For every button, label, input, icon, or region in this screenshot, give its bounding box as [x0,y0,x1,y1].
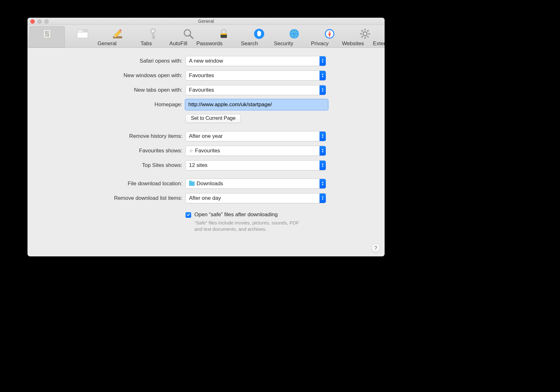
chevrons-icon [320,179,326,188]
star-icon: ☆ [189,148,193,154]
homepage-field[interactable] [186,100,328,110]
safari-opens-with-select[interactable]: A new window [186,56,326,66]
svg-point-40 [364,33,366,35]
chevrons-icon [320,161,326,170]
open-safe-files-checkbox[interactable] [186,212,191,218]
remove-history-select[interactable]: After one year [186,131,326,141]
svg-rect-21 [221,34,227,35]
favourites-shows-label: Favourites shows: [40,148,186,154]
svg-rect-33 [364,37,366,39]
remove-downloads-select[interactable]: After one day [186,193,326,203]
svg-rect-34 [360,33,362,34]
lock-icon [217,28,230,40]
downloads-folder-icon [189,181,195,186]
top-sites-label: Top Sites shows: [40,162,186,168]
preferences-window: General General [27,18,385,256]
new-windows-select[interactable]: Favourites [186,70,326,81]
pencil-icon [111,28,124,40]
remove-downloads-label: Remove download list items: [40,195,186,201]
open-safe-files-label: Open “safe” files after downloading [194,211,278,218]
titlebar: General [27,18,385,25]
svg-rect-16 [154,36,155,37]
tabs-icon: + [76,28,89,40]
svg-line-19 [190,35,193,38]
svg-rect-39 [367,36,369,38]
new-windows-label: New windows open with: [40,72,186,79]
chevrons-icon [320,193,326,203]
zoom-window-button[interactable] [44,19,49,24]
key-icon [147,28,159,40]
switch-icon [41,28,53,40]
svg-point-24 [289,29,299,39]
svg-rect-5 [77,32,88,38]
help-button[interactable]: ? [371,244,380,253]
svg-rect-0 [44,30,51,38]
svg-rect-38 [361,30,363,32]
gear-icon [359,28,371,40]
svg-rect-15 [152,34,154,39]
chevrons-icon [320,56,326,66]
new-tabs-select[interactable]: Favourites [186,85,326,95]
open-safe-files-hint: “Safe” files include movies, pictures, s… [194,220,302,233]
close-window-button[interactable] [30,19,35,24]
chevrons-icon [320,132,326,141]
download-location-label: File download location: [40,181,186,187]
download-location-select[interactable]: Downloads [186,179,326,189]
svg-rect-4 [47,34,49,37]
svg-rect-37 [361,36,363,38]
top-sites-select[interactable]: 12 sites [186,160,326,170]
general-pane: Safari opens with: A new window New wind… [27,48,385,233]
magnifier-icon [182,28,195,40]
set-to-current-page-button[interactable]: Set to Current Page [186,114,241,123]
svg-rect-35 [368,33,370,34]
favourites-shows-select[interactable]: ☆Favourites [186,146,326,156]
compass-icon [323,28,336,40]
safari-opens-with-label: Safari opens with: [40,58,186,64]
toolbar-item-advanced[interactable]: Advanced [347,26,383,47]
svg-rect-32 [364,29,366,31]
chevrons-icon [320,85,326,95]
window-controls [30,19,49,24]
svg-rect-36 [367,30,369,32]
chevrons-icon [320,71,326,80]
svg-point-14 [152,30,154,32]
svg-rect-17 [154,38,155,39]
preferences-toolbar: General + Tabs [27,25,385,48]
svg-text:+: + [85,29,86,32]
toolbar-item-label: Advanced [292,40,385,47]
chevrons-icon [320,146,326,156]
hand-icon [253,28,265,40]
globe-icon [288,28,301,40]
svg-rect-6 [77,30,83,32]
minimise-window-button[interactable] [37,19,42,24]
new-tabs-label: New tabs open with: [40,87,186,93]
remove-history-label: Remove history items: [40,133,186,139]
svg-rect-3 [45,31,47,34]
window-title: General [198,19,214,24]
homepage-label: Homepage: [40,101,186,108]
